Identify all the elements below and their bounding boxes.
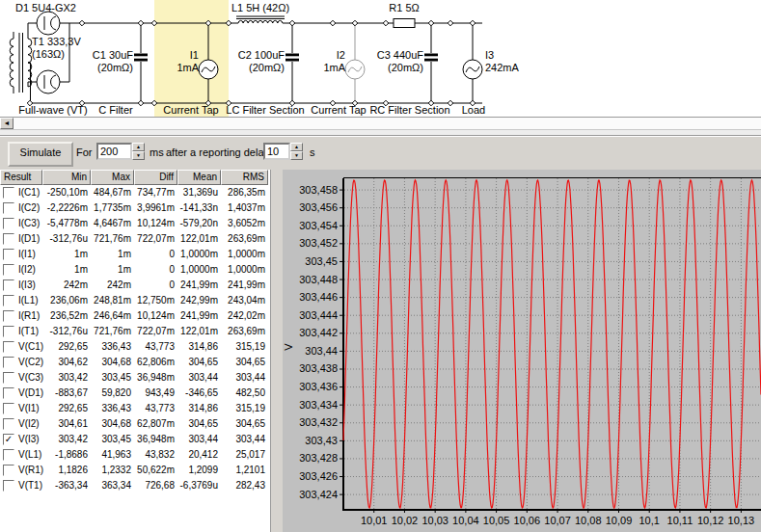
component-labels: D1 5U4-GX2 T1 333,3V (163Ω) C1 30uF (20m… — [15, 2, 520, 73]
result-checkbox[interactable] — [3, 403, 14, 414]
result-name: V(L1) — [18, 447, 41, 463]
result-checkbox[interactable] — [3, 218, 14, 229]
header-mean[interactable]: Mean — [177, 170, 221, 185]
rms-value: 25,017 — [221, 447, 268, 463]
y-axis-label: V — [283, 343, 294, 350]
c2-esr-label: (20mΩ) — [249, 62, 285, 73]
result-checkbox[interactable] — [3, 233, 14, 245]
result-checkbox[interactable] — [3, 357, 14, 368]
delay-input[interactable] — [263, 143, 290, 160]
diff-value: 722,07m — [134, 324, 177, 339]
table-row: I(C1) -250,10m 484,67m 734,77m 31,369u 2… — [0, 185, 270, 200]
result-name: I(L1) — [18, 293, 39, 308]
spin-up-icon[interactable]: ▲ — [290, 143, 303, 151]
result-checkbox[interactable] — [3, 341, 14, 353]
min-value: -5,4778m — [42, 216, 91, 231]
mean-value: 31,369u — [177, 185, 221, 200]
simulate-button[interactable]: Simulate — [8, 142, 73, 167]
rms-value: 243,04m — [221, 293, 268, 308]
y-tick-label: 303,448 — [299, 274, 338, 285]
scroll-left-button[interactable]: ◄ — [0, 118, 14, 129]
rms-value: 1,2101 — [221, 463, 268, 478]
diff-value: 734,77m — [134, 185, 177, 200]
result-checkbox[interactable] — [3, 418, 14, 430]
table-row: ✓ V(I3) 303,42 303,45 36,948m 303,44 303… — [0, 432, 270, 447]
duration-spinner[interactable]: ▲ ▼ — [132, 143, 145, 160]
mean-value: 242,99m — [177, 293, 221, 308]
x-tick-label: 10,04 — [452, 515, 479, 526]
min-value: 236,06m — [42, 293, 91, 308]
rms-value: 304,65 — [221, 355, 268, 370]
result-checkbox[interactable] — [3, 279, 14, 291]
duration-unit-label: ms — [149, 146, 164, 158]
header-result[interactable]: Result — [0, 170, 42, 185]
result-checkbox[interactable] — [3, 310, 14, 322]
min-value: 303,42 — [42, 432, 91, 447]
section-fullwave: Full-wave (VT) — [18, 104, 88, 116]
x-tick-label: 10,01 — [361, 515, 388, 526]
table-row: I(C2) -2,2226m 1,7735m 3,9961m -141,33n … — [0, 200, 270, 216]
diff-value: 62,807m — [134, 416, 177, 432]
i3-label: I3 — [485, 49, 494, 61]
result-name: V(C1) — [18, 339, 43, 355]
result-checkbox[interactable] — [3, 264, 14, 276]
spin-down-icon[interactable]: ▼ — [132, 151, 145, 160]
panel-splitter[interactable] — [271, 170, 283, 532]
header-max[interactable]: Max — [91, 170, 134, 185]
max-value: 304,68 — [91, 416, 134, 432]
diff-value: 36,948m — [134, 370, 177, 386]
result-name: I(D1) — [18, 231, 40, 247]
table-row: I(I2) 1m 1m 0 1,0000m 1,0000m — [0, 262, 270, 278]
result-checkbox[interactable] — [3, 326, 14, 337]
circuit-schematic[interactable]: D1 5U4-GX2 T1 333,3V (163Ω) C1 30uF (20m… — [0, 0, 761, 117]
table-row: V(C1) 292,65 336,43 43,773 314,86 315,19 — [0, 339, 270, 355]
table-row: V(L1) -1,8686 41,963 43,832 20,412 25,01… — [0, 447, 270, 463]
mean-value: -6,3769u — [177, 478, 221, 493]
rms-value: 3,6052m — [221, 216, 268, 231]
delay-unit-label: s — [310, 146, 315, 158]
result-checkbox[interactable] — [3, 202, 14, 214]
delay-spinner[interactable]: ▲ ▼ — [290, 143, 303, 160]
diff-value: 43,773 — [134, 339, 177, 355]
max-value: 4,6467m — [91, 216, 134, 231]
min-value: -312,76u — [42, 231, 91, 247]
result-checkbox[interactable] — [3, 187, 14, 199]
header-rms[interactable]: RMS — [221, 170, 268, 185]
mean-value: -346,65 — [177, 386, 221, 401]
result-checkbox[interactable] — [3, 480, 14, 492]
result-checkbox[interactable] — [3, 387, 14, 399]
results-table: Result Min Max Diff Mean RMS I(C1) -250,… — [0, 170, 271, 532]
result-name: V(I3) — [18, 432, 40, 447]
spin-up-icon[interactable]: ▲ — [132, 143, 145, 151]
result-name: I(I2) — [18, 262, 36, 278]
result-checkbox[interactable] — [3, 372, 14, 384]
section-current-tap-2: Current Tap — [311, 104, 366, 116]
min-value: 304,62 — [42, 355, 91, 370]
c3-label: C3 440uF — [377, 49, 424, 61]
mean-value: 1,2099 — [177, 463, 221, 478]
diff-value: 43,773 — [134, 401, 177, 416]
hscroll-track[interactable] — [14, 118, 761, 129]
result-checkbox[interactable]: ✓ — [3, 434, 14, 445]
table-row: V(I1) 292,65 336,43 43,773 314,86 315,19 — [0, 401, 270, 416]
duration-input[interactable] — [96, 143, 132, 160]
max-value: 242m — [91, 278, 134, 293]
mean-value: 20,412 — [177, 447, 221, 463]
diff-value: 726,68 — [134, 478, 177, 493]
max-value: 1,2332 — [91, 463, 134, 478]
circuit-hscrollbar[interactable]: ◄ — [0, 117, 761, 130]
x-tick-label: 10,05 — [483, 515, 510, 526]
spin-down-icon[interactable]: ▼ — [290, 151, 303, 160]
result-checkbox[interactable] — [3, 449, 14, 461]
header-diff[interactable]: Diff — [134, 170, 177, 185]
x-tick-label: 10,11 — [667, 515, 693, 526]
result-checkbox[interactable] — [3, 295, 14, 306]
header-min[interactable]: Min — [42, 170, 91, 185]
table-row: V(I2) 304,61 304,68 62,807m 304,65 304,6… — [0, 416, 270, 432]
schematic-canvas[interactable]: D1 5U4-GX2 T1 333,3V (163Ω) C1 30uF (20m… — [0, 0, 761, 117]
mean-value: 303,44 — [177, 432, 221, 447]
rms-value: 241,99m — [221, 278, 268, 293]
diff-value: 10,124m — [134, 308, 177, 324]
result-checkbox[interactable] — [3, 465, 14, 476]
result-checkbox[interactable] — [3, 249, 14, 260]
